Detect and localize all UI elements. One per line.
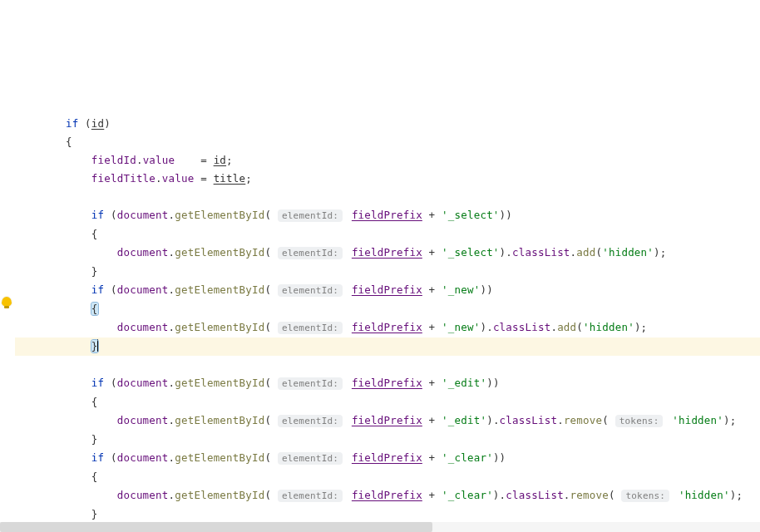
scrollbar-thumb[interactable] — [0, 522, 432, 532]
code-content[interactable]: if (id) { fieldId.value = id; fieldTitle… — [20, 115, 760, 532]
brace-match-open: { — [91, 303, 98, 315]
horizontal-scrollbar[interactable] — [0, 522, 760, 532]
inlay-hint: elementId: — [278, 209, 343, 222]
highlighted-line: } — [0, 337, 760, 356]
code-editor[interactable]: if (id) { fieldId.value = id; fieldTitle… — [0, 73, 760, 532]
gutter — [0, 73, 15, 532]
keyword-if: if — [66, 117, 78, 130]
lightbulb-icon[interactable] — [2, 297, 12, 307]
param-id: id — [91, 117, 104, 130]
text-cursor — [97, 339, 98, 352]
